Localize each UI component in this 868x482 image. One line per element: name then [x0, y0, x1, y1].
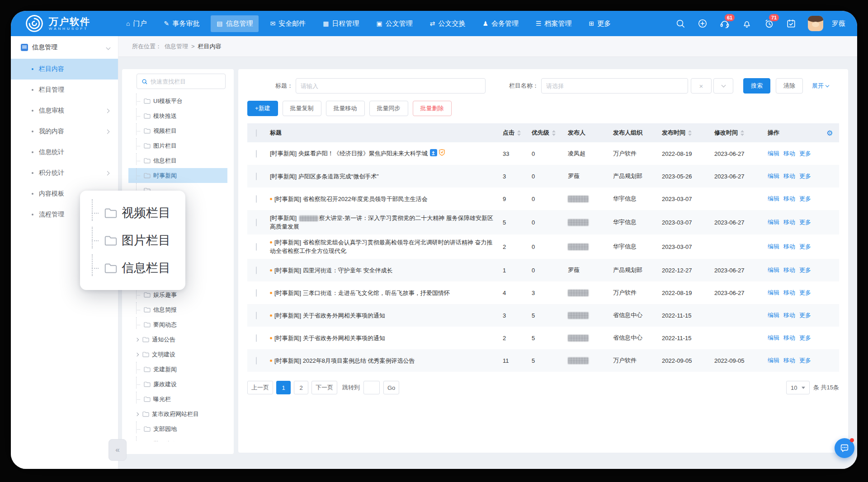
nav-item[interactable]: ✉ 安全邮件: [264, 15, 311, 32]
go-button[interactable]: Go: [383, 381, 399, 394]
row-title-cell[interactable]: [时事新闻] 关于省政务外网相关事项的通知: [267, 308, 500, 323]
tree-item[interactable]: 某市政府网站栏目: [128, 407, 227, 421]
more-link[interactable]: 更多: [799, 150, 811, 158]
gear-icon[interactable]: ⚙: [826, 129, 833, 137]
row-title[interactable]: [时事新闻] 庐阳区多条道路完成“微创手术”: [270, 173, 379, 180]
select-all-checkbox[interactable]: [256, 129, 257, 137]
row-title-cell[interactable]: [时事新闻] 三孝口街道：走进岳飞文化馆，听岳飞故事，抒爱国情怀: [267, 285, 500, 301]
col-clicks[interactable]: 点击: [500, 129, 529, 137]
row-checkbox[interactable]: [256, 195, 257, 203]
collapse-tree-button[interactable]: «: [108, 439, 127, 461]
expand-arrow-icon[interactable]: [135, 352, 139, 356]
move-link[interactable]: 移动: [783, 311, 795, 319]
nav-item[interactable]: ▣ 公文管理: [370, 15, 418, 32]
edit-link[interactable]: 编辑: [768, 218, 779, 226]
nav-item[interactable]: ⊞ 更多: [583, 15, 617, 32]
username[interactable]: 罗薇: [832, 19, 845, 28]
search-button[interactable]: 搜索: [743, 78, 770, 94]
nav-item[interactable]: ☰ 档案管理: [530, 15, 578, 32]
row-checkbox[interactable]: [256, 173, 257, 180]
page-button[interactable]: 2: [294, 381, 308, 394]
row-checkbox[interactable]: [256, 150, 257, 158]
row-title-cell[interactable]: [时事新闻] 关于省政务外网相关事项的通知: [267, 330, 500, 346]
tree-item[interactable]: 党建新闻: [128, 362, 227, 377]
nav-item[interactable]: ▦ 日程管理: [317, 15, 365, 32]
column-filter-select[interactable]: [541, 78, 688, 94]
nav-item[interactable]: ♟ 会务管理: [476, 15, 524, 32]
row-title[interactable]: [时事新闻] 省检察院召开2022年度党员领导干部民主生活会: [274, 196, 428, 202]
nav-item[interactable]: ✎ 事务审批: [158, 15, 205, 32]
row-title[interactable]: [时事新闻] 三孝口街道：走进岳飞文化馆，听岳飞故事，抒爱国情怀: [274, 290, 450, 296]
nav-item[interactable]: ⌂ 门户: [120, 15, 152, 32]
tree-item[interactable]: 信息简报: [128, 302, 227, 317]
col-mod-date[interactable]: 修改时间: [712, 129, 765, 137]
service-headset-icon[interactable]: 61: [719, 18, 730, 29]
edit-link[interactable]: 编辑: [768, 356, 779, 365]
more-link[interactable]: 更多: [799, 334, 811, 342]
row-title[interactable]: [时事新闻] 四里河街道：守护童年 安全伴成长: [274, 267, 392, 274]
col-priority[interactable]: 优先级: [529, 129, 565, 137]
clear-button[interactable]: 清除: [776, 78, 803, 94]
edit-link[interactable]: 编辑: [768, 289, 779, 297]
more-link[interactable]: 更多: [799, 266, 811, 274]
sidebar-header[interactable]: 信息管理: [11, 36, 118, 59]
move-link[interactable]: 移动: [783, 266, 795, 274]
action-button[interactable]: 批量复制: [283, 101, 321, 116]
row-title-cell[interactable]: [时事新闻] 庐阳区多条道路完成“微创手术”: [267, 168, 500, 184]
move-link[interactable]: 移动: [783, 334, 795, 342]
col-pub-date[interactable]: 发布时间: [659, 129, 712, 137]
edit-link[interactable]: 编辑: [768, 195, 779, 203]
sidebar-item[interactable]: 信息统计: [11, 142, 118, 163]
sidebar-item[interactable]: 我的内容: [11, 121, 118, 142]
move-link[interactable]: 移动: [783, 195, 795, 203]
tree-item[interactable]: 信息栏目: [128, 153, 227, 168]
tree-item[interactable]: 支部园地: [128, 421, 227, 436]
row-title[interactable]: [时事新闻] 2022年8月项目案例总结 优秀案例评选公告: [274, 357, 415, 364]
calendar-icon[interactable]: [786, 18, 797, 29]
row-checkbox[interactable]: [256, 243, 257, 251]
tree-item[interactable]: 时事新闻: [128, 168, 227, 183]
sort-icons[interactable]: [688, 130, 692, 136]
page-size-select[interactable]: 10: [786, 381, 810, 394]
tree-item[interactable]: 曝光栏: [128, 392, 227, 407]
row-title-cell[interactable]: [时事新闻] 央媒看庐阳！《经济日报》聚焦庐阳未来大科学城: [267, 145, 500, 162]
action-button[interactable]: 批量同步: [369, 101, 408, 116]
edit-link[interactable]: 编辑: [768, 266, 779, 274]
column-clear-button[interactable]: ×: [691, 78, 712, 94]
move-link[interactable]: 移动: [783, 218, 795, 226]
row-title-cell[interactable]: [时事新闻] 省检察院召开2022年度党员领导干部民主生活会: [267, 191, 500, 207]
more-link[interactable]: 更多: [799, 243, 811, 251]
row-title[interactable]: [时事新闻] 央媒看庐阳！《经济日报》聚焦庐阳未来大科学城: [270, 150, 428, 157]
tree-item[interactable]: 图片栏目: [128, 138, 227, 153]
more-link[interactable]: 更多: [799, 311, 811, 319]
action-button[interactable]: +新建: [247, 101, 278, 116]
row-title-cell[interactable]: [时事新闻] 四里河街道：守护童年 安全伴成长: [267, 262, 500, 278]
tree-item[interactable]: UI模板平台: [128, 94, 227, 108]
nav-item[interactable]: ⇄ 公文交换: [424, 15, 472, 32]
tree-item[interactable]: 文明建设: [128, 347, 227, 362]
more-link[interactable]: 更多: [799, 218, 811, 226]
row-checkbox[interactable]: [256, 312, 257, 319]
tree-item[interactable]: 要闻动态: [128, 317, 227, 332]
nav-item[interactable]: ▤ 信息管理: [211, 15, 259, 32]
edit-link[interactable]: 编辑: [768, 334, 779, 342]
more-link[interactable]: 更多: [799, 195, 811, 203]
page-button[interactable]: 1: [276, 381, 291, 394]
move-link[interactable]: 移动: [783, 172, 795, 180]
tree-item[interactable]: 模块推送: [128, 108, 227, 123]
search-icon[interactable]: [675, 18, 686, 29]
row-checkbox[interactable]: [256, 357, 257, 365]
jump-input[interactable]: [363, 381, 380, 394]
tree-item[interactable]: 通知公告: [128, 332, 227, 347]
expand-toggle[interactable]: 展开: [812, 82, 829, 90]
avatar[interactable]: [808, 16, 823, 31]
sidebar-item[interactable]: 栏目管理: [11, 80, 118, 100]
move-link[interactable]: 移动: [783, 289, 795, 297]
bell-icon[interactable]: [741, 18, 752, 29]
more-link[interactable]: 更多: [799, 356, 811, 365]
row-checkbox[interactable]: [256, 267, 257, 274]
add-circle-icon[interactable]: [697, 18, 708, 29]
tree-search-input[interactable]: [151, 78, 221, 85]
edit-link[interactable]: 编辑: [768, 311, 779, 319]
tree-item[interactable]: 学习体会: [128, 436, 227, 441]
